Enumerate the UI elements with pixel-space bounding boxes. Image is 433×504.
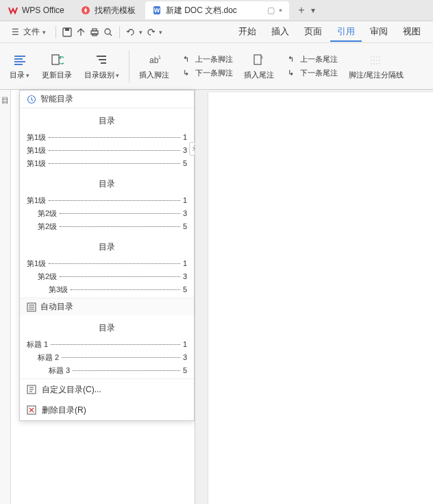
toc-line: 标题 35: [27, 364, 187, 377]
toc-page: 3: [183, 209, 187, 217]
toc-label: 第1级: [27, 145, 46, 156]
hamburger-icon: ☰: [10, 27, 21, 38]
update-toc-button[interactable]: 更新目录: [36, 47, 77, 86]
delete-icon: [27, 405, 36, 415]
toc-label: 目录: [10, 70, 25, 80]
endnote-icon: i: [252, 52, 266, 69]
tab-window-icon[interactable]: ▢: [267, 5, 275, 15]
toc-label: 标题 1: [27, 339, 48, 350]
toc-dropdown-button[interactable]: 目录▾: [4, 47, 35, 86]
prev-icon: ↰: [285, 54, 296, 65]
next-icon: ↳: [180, 68, 191, 79]
toc-dots: [49, 163, 180, 164]
new-tab-button[interactable]: +: [295, 3, 308, 17]
next-footnote-button[interactable]: ↳下一条脚注: [180, 68, 233, 79]
toc-dots: [60, 276, 180, 277]
svg-point-8: [105, 29, 110, 34]
tab-wps-home[interactable]: WPS Office: [1, 1, 71, 19]
svg-rect-6: [92, 29, 97, 31]
toc-level-button[interactable]: 目录级别▾: [79, 47, 125, 86]
toc-label: 第1级: [27, 195, 46, 206]
ribbon-tab-start[interactable]: 开始: [232, 23, 263, 42]
auto-toc-label: 自动目录: [40, 301, 73, 313]
toc-level-icon: [95, 52, 109, 69]
svg-rect-15: [99, 59, 106, 60]
chevron-down-icon: ▾: [26, 72, 29, 79]
toc-label: 第2级: [38, 272, 57, 282]
document-page[interactable]: [208, 93, 433, 504]
tab-more-button[interactable]: ▾: [311, 5, 315, 15]
toc-dots: [49, 150, 180, 151]
toc-label: 标题 3: [49, 365, 70, 376]
toc-page: 3: [183, 272, 187, 280]
custom-toc-button[interactable]: 自定义目录(C)...: [20, 379, 194, 400]
toc-page: 1: [183, 196, 187, 204]
toc-preset-1[interactable]: 目录第1级1第2级3第2级5: [20, 171, 194, 235]
ribbon-tab-insert[interactable]: 插入: [264, 23, 296, 42]
toc-title: 目录: [27, 320, 187, 338]
tab-document[interactable]: W 新建 DOC 文档.doc ▢ •: [145, 1, 289, 19]
save-icon[interactable]: [62, 27, 73, 38]
prev-endnote-button[interactable]: ↰上一条尾注: [285, 54, 338, 65]
toc-page: 1: [183, 133, 187, 141]
tab-close-icon[interactable]: •: [279, 5, 282, 16]
undo-icon[interactable]: [125, 27, 136, 38]
dropdown-footer: 自定义目录(C)... 删除目录(R): [20, 379, 194, 420]
list-icon: [27, 302, 36, 312]
export-icon[interactable]: [75, 27, 86, 38]
toc-dots: [62, 357, 180, 358]
toc-line: 第1级5: [27, 157, 187, 170]
side-panel[interactable]: 目: [0, 90, 11, 504]
chevron-down-icon: ▾: [116, 72, 119, 79]
tab-template[interactable]: 找稻壳模板: [74, 1, 143, 19]
footnote-nav: ↰上一条脚注 ↳下一条脚注: [176, 54, 237, 79]
next-endnote-button[interactable]: ↳下一条尾注: [285, 68, 338, 79]
tab-label: 找稻壳模板: [95, 5, 136, 16]
toc-label: 第1级: [27, 158, 46, 169]
delete-toc-button[interactable]: 删除目录(R): [20, 400, 194, 420]
svg-rect-12: [14, 64, 23, 65]
toc-level-label: 目录级别: [84, 70, 114, 80]
svg-rect-11: [14, 61, 25, 62]
toc-preset-auto[interactable]: 目录 标题 11标题 23标题 35: [20, 315, 194, 379]
preview-icon[interactable]: [103, 27, 114, 38]
separator-label: 脚注/尾注分隔线: [349, 70, 404, 80]
prev-footnote-button[interactable]: ↰上一条脚注: [180, 54, 233, 65]
update-toc-label: 更新目录: [42, 70, 72, 80]
toc-title: 目录: [27, 239, 187, 257]
ribbon-tab-cite[interactable]: 引用: [330, 23, 362, 42]
update-toc-icon: [50, 52, 64, 69]
ribbon-tab-page[interactable]: 页面: [297, 23, 329, 42]
chevron-down-icon[interactable]: ▾: [139, 29, 143, 36]
toc-dots: [51, 344, 180, 345]
smart-toc-header[interactable]: 智能目录: [20, 91, 194, 108]
svg-rect-9: [14, 56, 25, 57]
toc-page: 5: [183, 159, 187, 167]
file-label: 文件: [23, 26, 40, 38]
toc-preset-0[interactable]: 目录第1级1第1级3第1级5: [20, 108, 194, 171]
clock-icon: [27, 95, 36, 104]
print-icon[interactable]: [89, 27, 100, 38]
separator: [55, 26, 56, 38]
redo-icon[interactable]: [145, 27, 156, 38]
wps-icon: [8, 5, 18, 15]
delete-toc-label: 删除目录(R): [42, 405, 86, 416]
toc-label: 第2级: [38, 208, 57, 219]
toc-title: 目录: [27, 112, 187, 131]
chevron-down-icon[interactable]: ▾: [159, 29, 162, 36]
ribbon-tab-view[interactable]: 视图: [396, 23, 428, 42]
ribbon-tab-review[interactable]: 审阅: [363, 23, 395, 42]
insert-endnote-button[interactable]: i 插入尾注: [238, 47, 280, 86]
ribbon-toolbar: 目录▾ 更新目录 目录级别▾ ab1 插入脚注 ↰上一条脚注 ↳下一条脚注 i …: [0, 43, 433, 90]
toc-page: 5: [183, 222, 187, 230]
toc-line: 第3级5: [27, 283, 187, 296]
insert-footnote-button[interactable]: ab1 插入脚注: [134, 47, 175, 86]
toc-dots: [49, 200, 180, 201]
menu-bar: ☰ 文件 ▾ ▾ ▾ 开始 插入 页面 引用 审阅 视图: [0, 21, 433, 43]
file-menu[interactable]: ☰ 文件 ▾: [5, 24, 50, 40]
toc-preset-2[interactable]: 目录第1级1第2级3第3级5: [20, 235, 194, 298]
toc-page: 5: [183, 285, 187, 293]
document-area[interactable]: [195, 90, 433, 504]
toc-line: 第1级3: [27, 144, 187, 157]
auto-toc-header[interactable]: 自动目录: [20, 298, 194, 315]
